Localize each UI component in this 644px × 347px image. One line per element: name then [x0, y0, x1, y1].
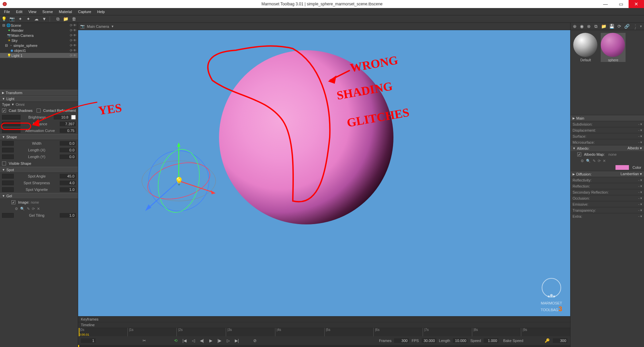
albedo-color-swatch[interactable] [615, 165, 629, 170]
spot-sharpness-slider[interactable] [2, 181, 14, 185]
tree-item-sphere[interactable]: ⊟▫simple_sphere⟳ 👁 [0, 43, 78, 48]
scene-tree[interactable]: ⊟ 🌐 Scene ⟳ 👁 ✦Render⟳ 👁 📷Main Camera⟳ 👁… [0, 23, 78, 90]
play-fwd-icon[interactable]: |▶ [216, 338, 222, 344]
add-material-icon[interactable]: ⊕ [573, 24, 577, 29]
visibility-icon[interactable]: 👁 [73, 54, 76, 57]
clear-icon[interactable]: ✕ [603, 159, 606, 163]
lock-icon[interactable]: ⟳ [70, 39, 72, 42]
lock-icon[interactable]: ⟳ [70, 33, 72, 37]
spot-vignette-slider[interactable] [2, 187, 14, 192]
material-sphere[interactable]: sphere [601, 33, 626, 62]
lock-icon[interactable]: ⟳ [70, 44, 72, 47]
tree-item-sky[interactable]: ☀Sky⟳ 👁 [0, 38, 78, 43]
light-gizmo[interactable]: 💡 [139, 141, 219, 221]
transform-header[interactable]: ▶Transform [0, 90, 78, 96]
visibility-icon[interactable]: 👁 [73, 28, 76, 32]
current-frame[interactable]: 1 [81, 338, 96, 343]
maximize-button[interactable]: ▭ [613, 0, 629, 8]
tool-light2-icon[interactable]: ✦ [25, 16, 31, 22]
menu-file[interactable]: File [1, 9, 13, 14]
menu-edit[interactable]: Edit [13, 9, 25, 14]
mat-diffusion-header[interactable]: ▶Diffusion:Lambertian ▾ [571, 171, 644, 177]
mat-microsurface[interactable]: Microsurface:- ▾ [571, 139, 644, 145]
distance-value[interactable]: 7.397 [60, 122, 76, 126]
menu-scene[interactable]: Scene [40, 9, 55, 14]
tool-misc-icon[interactable]: ✦ [17, 16, 23, 22]
tool-camera-icon[interactable]: 📷 [9, 16, 15, 22]
refresh-icon[interactable]: ⟳ [598, 159, 601, 163]
albedo-map-checkbox[interactable]: ✓ [577, 152, 581, 156]
lengthx-value[interactable]: 0.0 [60, 148, 76, 152]
visibility-icon[interactable]: 👁 [73, 33, 76, 37]
search-icon[interactable]: 🔍 [20, 207, 25, 211]
timeline-ruler[interactable]: |0s0:00.01 |1s |2s |3s |4s |5s |6s |7s |… [78, 328, 570, 336]
close-button[interactable]: ✕ [629, 0, 644, 8]
chevron-down-icon[interactable]: ▼ [111, 25, 114, 28]
mat-occlusion[interactable]: Occlusion:- ▾ [571, 195, 644, 201]
lock-icon[interactable]: ⟳ [70, 54, 72, 57]
spot-vignette-value[interactable]: 1.0 [60, 187, 76, 192]
tool-light-icon[interactable]: 💡 [1, 16, 7, 22]
gear-icon[interactable]: ⚙ [581, 159, 584, 163]
attenuation-slider[interactable] [2, 128, 20, 133]
cut-icon[interactable]: ✂ [141, 338, 147, 344]
lengthx-slider[interactable] [2, 148, 14, 152]
mat-emissive[interactable]: Emissive:- ▾ [571, 201, 644, 207]
mat-surface[interactable]: Surface:- ▾ [571, 133, 644, 139]
mat-folder-icon[interactable]: 📁 [601, 24, 606, 29]
tree-item-render[interactable]: ✦Render⟳ 👁 [0, 28, 78, 33]
mat-albedo-header[interactable]: ▼Albedo:Albedo ▾ [571, 145, 644, 151]
lengthy-value[interactable]: 0.0 [60, 154, 76, 159]
gel-image-value[interactable]: none [31, 200, 39, 204]
tool-shadow-icon[interactable]: ▼ [42, 16, 47, 22]
go-start-icon[interactable]: |◀ [181, 338, 187, 344]
viewport-camera-dropdown[interactable]: Main Camera [87, 24, 109, 28]
viewport-3d[interactable]: 💡 YES WRONG SHADING GLITCHES MARMOSET TO… [78, 30, 570, 316]
visibility-icon[interactable]: 👁 [73, 39, 76, 42]
lock-icon[interactable]: ⟳ [70, 28, 72, 32]
mat-duplicate-icon[interactable]: ⧉ [594, 24, 598, 29]
gel-header[interactable]: ▼Gel [0, 193, 78, 199]
tool-fog-icon[interactable]: ☁ [34, 16, 39, 22]
material-default[interactable]: Default [573, 33, 598, 62]
mat-subdivision[interactable]: Subdivision:- ▾ [571, 121, 644, 127]
menu-material[interactable]: Material [56, 9, 75, 14]
play-icon[interactable]: ▶ [208, 338, 214, 344]
mat-reflectivity[interactable]: Reflectivity:- ▾ [571, 177, 644, 183]
tool-delete-icon[interactable]: 🗑 [71, 16, 76, 22]
gel-image-checkbox[interactable]: ✓ [11, 200, 15, 204]
refresh-icon[interactable]: ⟳ [32, 207, 35, 211]
mat-extra[interactable]: Extra:- ▾ [571, 213, 644, 219]
end-frame[interactable]: 300 [553, 338, 568, 343]
bake-speed-button[interactable]: Bake Speed [501, 339, 525, 343]
keyframes-row[interactable]: Keyframes [78, 317, 570, 322]
gel-tiling-slider[interactable] [2, 213, 14, 218]
spot-sharpness-value[interactable]: 4.0 [60, 181, 76, 185]
step-back-icon[interactable]: ◁ [190, 338, 196, 344]
fps-value[interactable]: 30.000 [422, 338, 436, 343]
collapse-icon[interactable]: ⊟ [1, 23, 6, 27]
menu-view[interactable]: View [26, 9, 39, 14]
mat-main-header[interactable]: ▶Main [571, 115, 644, 121]
menu-help[interactable]: Help [95, 9, 108, 14]
lock-icon[interactable]: ⟳ [70, 23, 72, 27]
key-icon[interactable]: 🔑 [544, 338, 550, 344]
gel-tiling-value[interactable]: 1.0 [60, 213, 76, 218]
width-value[interactable]: 0.0 [60, 141, 76, 146]
shape-header[interactable]: ▼Shape [0, 134, 78, 140]
spot-header[interactable]: ▼Spot [0, 167, 78, 173]
tree-item-light1[interactable]: 💡Light 1⟳ 👁 [0, 53, 78, 58]
contact-refinement-checkbox[interactable]: ✓ [37, 109, 41, 113]
visible-shape-checkbox[interactable] [2, 161, 6, 165]
edit-icon[interactable]: ✎ [27, 207, 30, 211]
frames-value[interactable]: 300 [394, 338, 409, 343]
loop-icon[interactable]: ⟲ [173, 338, 179, 344]
record-icon[interactable]: ⊘ [252, 338, 258, 344]
gear-icon[interactable]: ⚙ [15, 207, 18, 211]
speed-value[interactable]: 1.000 [484, 338, 498, 343]
play-back-icon[interactable]: ◀| [199, 338, 205, 344]
mat-save-icon[interactable]: 💾 [609, 24, 614, 29]
type-value-dropdown[interactable]: Omni [16, 102, 24, 107]
clear-icon[interactable]: ✕ [37, 207, 40, 211]
visibility-icon[interactable]: 👁 [73, 44, 76, 47]
